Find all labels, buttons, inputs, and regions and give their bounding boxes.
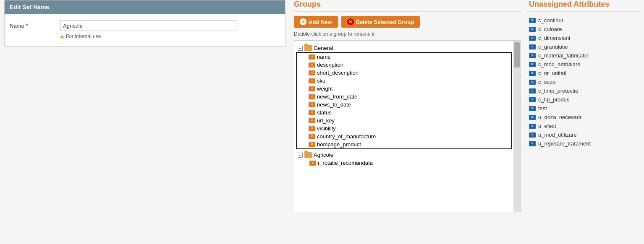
list-item[interactable]: c_continut (529, 16, 640, 25)
list-item[interactable]: c_tip_produs (529, 95, 640, 104)
attr-visibility-text: visibility (317, 125, 336, 132)
unassigned-title: Unassigned Attributes (529, 0, 640, 12)
attr-icon-small (529, 53, 536, 58)
plus-icon: + (300, 18, 306, 25)
list-item[interactable]: c_mod_ambalare (529, 60, 640, 69)
list-item[interactable]: u_efect (529, 122, 640, 130)
tree-item-name[interactable]: name (297, 53, 511, 61)
attr-weight-text: weight (317, 86, 333, 92)
list-item[interactable]: c_granulatie (529, 42, 640, 51)
edit-set-name-box: Edit Set Name Name * For internal use. (4, 0, 285, 47)
attr-icon-news-to-date (309, 102, 315, 107)
attr-icon-name (309, 55, 315, 60)
attr-icon-small (529, 132, 536, 138)
attr-icon-status (309, 110, 315, 115)
tree-scrollbar-thumb (514, 42, 520, 67)
tree-group-agricole-label[interactable]: − Agricole (294, 151, 513, 159)
add-new-button[interactable]: + Add New (294, 16, 338, 28)
list-item[interactable]: c_scop (529, 78, 640, 86)
list-item[interactable]: c_timp_protectie (529, 86, 640, 95)
left-panel: Edit Set Name Name * For internal use. (0, 0, 290, 244)
edit-set-name-body: Name * For internal use. (5, 14, 285, 46)
attr-name-text: name (317, 54, 331, 60)
edit-set-name-header: Edit Set Name (5, 0, 285, 14)
tree-item-news-to-date[interactable]: news_to_date (297, 101, 511, 109)
attr-icon-small (529, 106, 536, 111)
tree-item-status[interactable]: status (297, 109, 511, 117)
list-item[interactable]: u_repetare_tratament (529, 139, 640, 148)
attr-short-description-text: short_description (317, 70, 359, 76)
collapse-icon-general[interactable]: − (298, 46, 303, 51)
attr-icon-news-from-date (309, 94, 315, 99)
collapse-icon-agricole[interactable]: − (298, 153, 303, 158)
required-star: * (26, 23, 28, 29)
attr-icon-small (529, 88, 536, 93)
list-item[interactable]: test (529, 104, 640, 113)
attr-icon-small (529, 124, 536, 129)
tree-selected-box: name description short_description sku (296, 52, 512, 149)
attr-news-to-date-text: news_to_date (317, 101, 351, 108)
attr-hompage-product-text: hompage_product (317, 141, 361, 148)
attr-icon-short-description (309, 70, 315, 75)
attr-icon-small (529, 36, 536, 41)
name-label: Name * (10, 21, 60, 29)
attr-r-rotatie-text: r_rotatie_recomandata (318, 160, 373, 166)
tree-group-general-label[interactable]: − General (294, 44, 513, 52)
delete-selected-group-button[interactable]: ✕ Delete Selected Group (341, 16, 420, 28)
tree-item-sku[interactable]: sku (297, 77, 511, 85)
delete-label: Delete Selected Group (356, 19, 414, 25)
tree-item-r-rotatie[interactable]: r_rotatie_recomandata (294, 159, 513, 167)
add-new-label: Add New (309, 19, 332, 25)
attr-description-text: description (317, 62, 343, 68)
groups-tree-container: − General name description shor (294, 40, 521, 212)
group-general-text: General (314, 45, 333, 51)
list-item[interactable]: c_culoare (529, 25, 640, 34)
attr-icon-small (529, 27, 536, 32)
tree-item-visibility[interactable]: visibility (297, 125, 511, 132)
folder-icon-agricole (304, 152, 312, 158)
tree-item-country-of-manufacture[interactable]: country_of_manufacture (297, 132, 511, 140)
groups-title: Groups (294, 0, 521, 12)
tree-scrollbar[interactable] (513, 41, 520, 212)
middle-panel: Groups + Add New ✕ Delete Selected Group… (290, 0, 525, 244)
attr-icon-country-of-manufacture (309, 134, 315, 139)
attr-icon-visibility (309, 126, 315, 131)
name-input-wrapper (60, 21, 280, 31)
attr-status-text: status (317, 109, 332, 116)
x-icon: ✕ (347, 18, 354, 25)
attr-icon-r-rotatie (309, 161, 316, 166)
list-item[interactable]: u_mod_utilizare (529, 130, 640, 139)
attr-icon-small (529, 80, 536, 85)
attr-sku-text: sku (317, 78, 325, 84)
hint-text: For internal use. (66, 34, 102, 39)
tree-item-weight[interactable]: weight (297, 85, 511, 93)
tree-item-short-description[interactable]: short_description (297, 69, 511, 77)
list-item[interactable]: c_nr_unitati (529, 69, 640, 78)
tree-item-news-from-date[interactable]: news_from_date (297, 93, 511, 101)
group-agricole-text: Agricole (314, 152, 333, 158)
groups-toolbar: + Add New ✕ Delete Selected Group (294, 16, 521, 28)
list-item[interactable]: c_dimensiuni (529, 34, 640, 42)
groups-hint: Double click on a group to rename it (294, 31, 521, 37)
name-input[interactable] (60, 21, 236, 31)
list-item[interactable]: c_material_fabricatie (529, 51, 640, 60)
attr-icon-small (529, 141, 536, 146)
name-form-row: Name * (10, 21, 280, 31)
tree-item-hompage-product[interactable]: hompage_product (297, 140, 511, 148)
tree-group-general: − General name description shor (294, 43, 513, 150)
attr-icon-hompage-product (309, 142, 315, 147)
unassigned-list: c_continut c_culoare c_dimensiuni c_gran… (529, 16, 640, 148)
attr-country-of-manufacture-text: country_of_manufacture (317, 133, 376, 140)
edit-set-name-title: Edit Set Name (10, 4, 49, 10)
folder-icon-general (304, 45, 312, 51)
attr-icon-small (529, 97, 536, 102)
tree-item-url-key[interactable]: url_key (297, 117, 511, 125)
attr-icon-small (529, 44, 536, 49)
tree-item-description[interactable]: description (297, 61, 511, 69)
attr-news-from-date-text: news_from_date (317, 93, 357, 100)
groups-tree-scroll[interactable]: − General name description shor (294, 41, 513, 212)
form-hint: For internal use. (60, 34, 280, 39)
tree-group-agricole: − Agricole r_rotatie_recomandata (294, 150, 513, 168)
list-item[interactable]: u_doza_necesara (529, 113, 640, 122)
right-panel: Unassigned Attributes c_continut c_culoa… (525, 0, 644, 244)
